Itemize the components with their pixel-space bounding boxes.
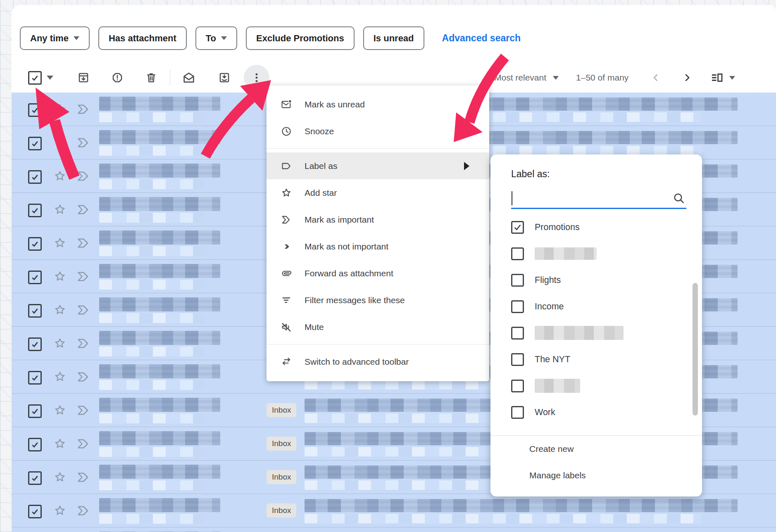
menu-item-mute[interactable]: Mute bbox=[267, 314, 489, 340]
importance-marker-icon[interactable] bbox=[76, 472, 91, 484]
importance-marker-icon[interactable] bbox=[76, 438, 91, 451]
chip-exclude-promotions[interactable]: Exclude Promotions bbox=[246, 26, 355, 50]
prev-page-button[interactable] bbox=[650, 72, 662, 83]
checkbox-checked[interactable] bbox=[511, 221, 524, 234]
row-checkbox[interactable] bbox=[28, 304, 42, 318]
star-icon[interactable] bbox=[53, 135, 67, 151]
star-icon[interactable] bbox=[53, 336, 67, 352]
checkbox-unchecked[interactable] bbox=[511, 406, 524, 419]
menu-item-label: Mark as not important bbox=[305, 242, 388, 252]
row-checkbox[interactable] bbox=[28, 438, 42, 451]
select-dropdown-caret[interactable] bbox=[45, 71, 55, 85]
label-as-title: Label as: bbox=[490, 154, 702, 180]
menu-item-label-as[interactable]: Label as bbox=[267, 152, 489, 179]
importance-marker-icon[interactable] bbox=[76, 405, 91, 418]
manage-labels-button[interactable]: Manage labels bbox=[490, 462, 702, 489]
star-icon[interactable] bbox=[53, 403, 67, 419]
star-icon[interactable] bbox=[53, 236, 67, 252]
row-checkbox[interactable] bbox=[28, 371, 42, 385]
label-item-redacted[interactable] bbox=[490, 320, 702, 346]
report-spam-icon[interactable] bbox=[110, 71, 124, 85]
label-search-input[interactable] bbox=[511, 189, 660, 208]
importance-marker-icon[interactable] bbox=[76, 304, 91, 317]
menu-item-add-star[interactable]: Add star bbox=[267, 179, 489, 206]
email-row[interactable]: Inbox bbox=[12, 494, 776, 527]
row-checkbox[interactable] bbox=[28, 237, 42, 251]
scrollbar-thumb[interactable] bbox=[693, 283, 698, 416]
row-checkbox[interactable] bbox=[28, 271, 42, 284]
move-to-icon[interactable] bbox=[217, 71, 231, 85]
sort-dropdown[interactable]: Most relevant bbox=[494, 73, 559, 83]
archive-icon[interactable] bbox=[76, 71, 90, 85]
star-icon[interactable] bbox=[53, 269, 67, 285]
chip-to[interactable]: To bbox=[195, 26, 237, 50]
importance-marker-icon[interactable] bbox=[76, 104, 91, 116]
importance-marker-icon[interactable] bbox=[76, 271, 91, 284]
star-icon[interactable] bbox=[53, 370, 67, 385]
label-item-the-nyt[interactable]: The NYT bbox=[490, 346, 702, 373]
star-icon[interactable] bbox=[53, 202, 67, 218]
star-icon[interactable] bbox=[53, 504, 67, 519]
menu-item-switch-toolbar[interactable]: Switch to advanced toolbar bbox=[267, 348, 489, 375]
row-checkbox[interactable] bbox=[28, 505, 42, 518]
checkbox-unchecked[interactable] bbox=[511, 353, 524, 366]
label-item-redacted[interactable] bbox=[490, 240, 702, 267]
label-name: Flights bbox=[535, 275, 561, 285]
checkbox-unchecked[interactable] bbox=[511, 300, 524, 313]
mark-as-read-icon[interactable] bbox=[182, 71, 196, 85]
importance-marker-icon[interactable] bbox=[76, 371, 91, 384]
menu-item-label: Add star bbox=[305, 188, 337, 198]
importance-marker-icon[interactable] bbox=[76, 204, 91, 217]
star-icon[interactable] bbox=[53, 169, 67, 185]
menu-item-forward-as-attachment[interactable]: Forward as attachment bbox=[267, 260, 489, 287]
row-checkbox[interactable] bbox=[28, 103, 42, 117]
row-checkbox[interactable] bbox=[28, 337, 42, 351]
create-new-label-button[interactable]: Create new bbox=[490, 436, 702, 462]
menu-item-mark-as-not-important[interactable]: Mark as not important bbox=[267, 233, 489, 260]
row-checkbox[interactable] bbox=[28, 204, 42, 217]
checkmark-icon bbox=[31, 340, 39, 348]
row-checkbox[interactable] bbox=[28, 137, 42, 150]
label-item-work[interactable]: Work bbox=[490, 399, 702, 425]
redacted-sender-snippet bbox=[99, 179, 205, 189]
label-item-income[interactable]: Income bbox=[490, 293, 702, 320]
swap-arrows-icon bbox=[281, 356, 292, 368]
chip-has-attachment[interactable]: Has attachment bbox=[98, 26, 187, 50]
email-row[interactable] bbox=[12, 527, 776, 532]
menu-item-mark-as-important[interactable]: Mark as important bbox=[267, 206, 489, 233]
more-options-button[interactable] bbox=[244, 65, 269, 90]
label-search-field[interactable] bbox=[511, 189, 686, 209]
row-checkbox[interactable] bbox=[28, 170, 42, 184]
star-icon[interactable] bbox=[53, 437, 67, 452]
checkbox-unchecked[interactable] bbox=[511, 327, 524, 340]
menu-item-filter-messages[interactable]: Filter messages like these bbox=[267, 287, 489, 314]
menu-item-label: Switch to advanced toolbar bbox=[305, 357, 409, 367]
select-all-checkbox[interactable] bbox=[28, 71, 42, 85]
redacted-sender-snippet bbox=[99, 380, 205, 390]
menu-item-snooze[interactable]: Snooze bbox=[267, 118, 489, 145]
chip-any-time[interactable]: Any time bbox=[20, 26, 90, 50]
star-icon[interactable] bbox=[53, 102, 67, 118]
checkbox-unchecked[interactable] bbox=[511, 247, 524, 260]
advanced-search-link[interactable]: Advanced search bbox=[442, 33, 521, 44]
checkbox-unchecked[interactable] bbox=[511, 380, 524, 392]
chip-is-unread[interactable]: Is unread bbox=[363, 26, 424, 50]
importance-marker-icon[interactable] bbox=[76, 238, 91, 250]
star-icon[interactable] bbox=[53, 470, 67, 486]
row-checkbox[interactable] bbox=[28, 404, 42, 418]
importance-marker-icon[interactable] bbox=[76, 171, 91, 183]
checkbox-unchecked[interactable] bbox=[511, 274, 524, 287]
star-icon[interactable] bbox=[53, 303, 67, 318]
label-item-redacted[interactable] bbox=[490, 373, 702, 399]
importance-marker-icon[interactable] bbox=[76, 137, 91, 150]
split-pane-toggle[interactable] bbox=[710, 71, 735, 84]
label-item-promotions[interactable]: Promotions bbox=[490, 214, 702, 240]
label-item-flights[interactable]: Flights bbox=[490, 267, 702, 293]
importance-marker-icon[interactable] bbox=[76, 338, 91, 351]
importance-marker-icon[interactable] bbox=[76, 505, 91, 518]
next-page-button[interactable] bbox=[681, 72, 693, 83]
row-checkbox[interactable] bbox=[28, 471, 42, 485]
delete-icon[interactable] bbox=[144, 71, 158, 85]
menu-item-mark-as-unread[interactable]: Mark as unread bbox=[267, 91, 489, 118]
checkmark-icon bbox=[31, 140, 39, 147]
